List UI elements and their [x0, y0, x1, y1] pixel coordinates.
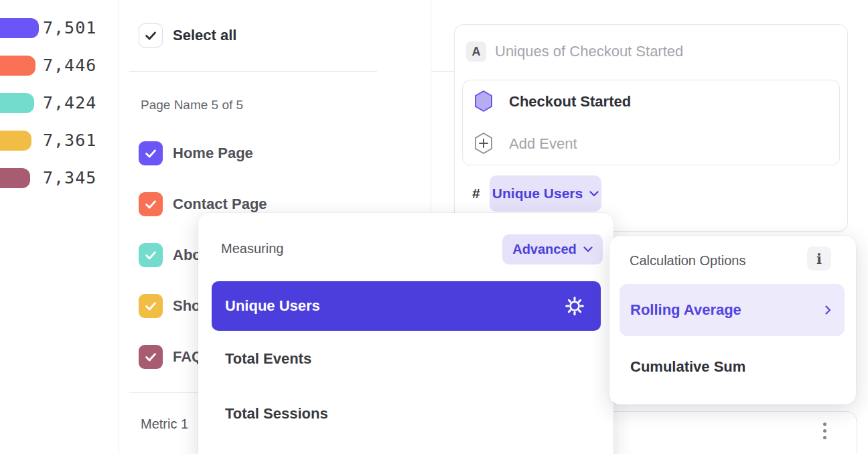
event-group-card: Checkout Started Add Event: [462, 80, 840, 165]
measure-symbol: #: [472, 175, 480, 212]
page-checkbox-shop[interactable]: [139, 294, 163, 318]
add-event-button[interactable]: Add Event: [509, 134, 577, 154]
app-canvas: 7,501 7,446 7,424 7,361 7,345 Select all…: [0, 0, 868, 454]
measure-chip[interactable]: Unique Users: [490, 175, 601, 212]
chart-bar-value: 7,501: [43, 18, 96, 38]
menu-item-unique-users[interactable]: Unique Users: [212, 281, 601, 331]
measuring-dropdown: Measuring Advanced Unique Users Total Ev…: [198, 213, 613, 454]
metric-query-card: A Uniques of Checkout Started Checkout S…: [454, 24, 848, 232]
select-all-label[interactable]: Select all: [173, 23, 236, 48]
chart-bar-value: 7,361: [43, 131, 96, 151]
menu-item-total-sessions[interactable]: Total Sessions: [225, 400, 328, 427]
menu-item-total-events[interactable]: Total Events: [225, 346, 311, 372]
chevron-right-icon: [825, 305, 831, 315]
chart-bar-value: 7,345: [43, 168, 96, 188]
page-checkbox-contact[interactable]: [139, 192, 163, 216]
menu-item-rolling-average[interactable]: Rolling Average: [620, 284, 845, 336]
chart-bar: [0, 56, 35, 76]
chart-bar: [0, 168, 30, 188]
menu-item-cumulative-sum[interactable]: Cumulative Sum: [630, 355, 745, 379]
page-checkbox-faq[interactable]: [139, 345, 163, 369]
calculation-options-menu: Calculation Options i Rolling Average Cu…: [609, 236, 856, 404]
check-icon: [143, 299, 158, 313]
divider: [431, 71, 454, 72]
advanced-mode-button[interactable]: Advanced: [502, 234, 603, 264]
panel-divider-left: [119, 0, 119, 454]
kebab-menu-icon[interactable]: [820, 420, 829, 442]
measuring-title: Measuring: [221, 241, 283, 256]
calc-options-title: Calculation Options: [630, 253, 745, 269]
select-all-checkbox[interactable]: [139, 23, 163, 48]
metric-name-input[interactable]: Uniques of Checkout Started: [495, 42, 683, 62]
chevron-down-icon: [583, 246, 593, 252]
chart-bar: [0, 131, 31, 151]
check-icon: [143, 350, 158, 364]
page-label[interactable]: Home Page: [173, 141, 253, 165]
chevron-down-icon: [589, 191, 599, 197]
info-icon[interactable]: i: [807, 246, 831, 271]
divider: [129, 71, 377, 72]
page-checkbox-home[interactable]: [139, 141, 163, 165]
event-hexagon-icon: [474, 89, 494, 113]
metric-footer-label: Metric 1: [141, 417, 188, 432]
check-icon: [143, 197, 158, 212]
group-label: Page Name 5 of 5: [141, 98, 243, 112]
chart-bar: [0, 93, 34, 113]
metric-badge: A: [466, 42, 486, 62]
menu-item-label: Rolling Average: [630, 301, 741, 319]
menu-item-label: Unique Users: [225, 297, 320, 315]
advanced-label: Advanced: [512, 242, 577, 257]
check-icon: [143, 28, 158, 43]
gear-icon[interactable]: [565, 296, 585, 316]
event-name[interactable]: Checkout Started: [509, 92, 631, 112]
info-glyph: i: [816, 250, 822, 267]
chart-bar-value: 7,446: [43, 56, 96, 76]
check-icon: [143, 248, 158, 262]
measure-chip-label: Unique Users: [492, 185, 583, 202]
chart-bar-value: 7,424: [43, 93, 96, 113]
add-event-icon[interactable]: [474, 131, 494, 155]
chart-bar: [0, 18, 39, 38]
page-checkbox-about[interactable]: [139, 243, 163, 267]
check-icon: [143, 146, 158, 161]
